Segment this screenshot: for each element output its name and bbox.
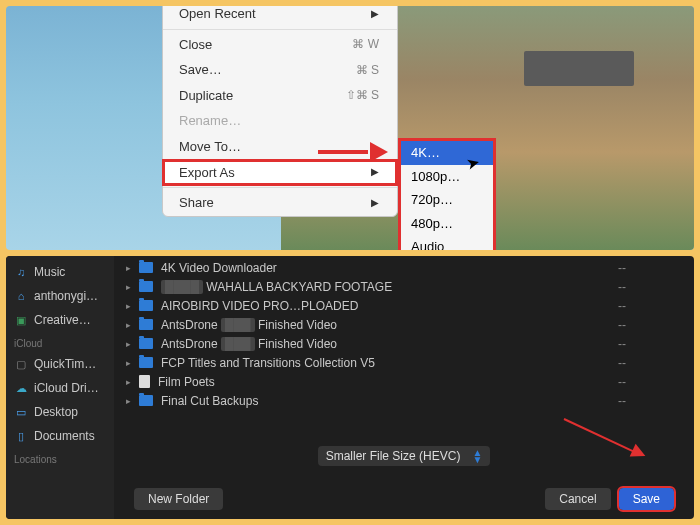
cloud-icon: ☁: [14, 381, 28, 395]
home-icon: ⌂: [14, 289, 28, 303]
file-meta: --: [612, 261, 632, 275]
cancel-button[interactable]: Cancel: [545, 488, 610, 510]
annotation-arrow-icon: [564, 418, 654, 458]
menu-close[interactable]: Close⌘ W: [163, 32, 397, 58]
file-name: AntsDrone ███ Finished Video: [161, 337, 604, 351]
folder-icon: [139, 300, 153, 311]
save-button[interactable]: Save: [619, 488, 674, 510]
disclosure-icon: ▸: [126, 339, 131, 349]
sidebar-item-home[interactable]: ⌂anthonygi…: [6, 284, 114, 308]
file-name: FCP Titles and Transitions Collection V5: [161, 356, 604, 370]
sidebar-item-documents[interactable]: ▯Documents: [6, 424, 114, 448]
disclosure-icon: ▸: [126, 358, 131, 368]
file-name: Film Poets: [158, 375, 604, 389]
documents-icon: ▯: [14, 429, 28, 443]
file-row[interactable]: ▸AntsDrone ███ Finished Video--: [114, 334, 694, 353]
file-meta: --: [612, 356, 632, 370]
disclosure-icon: ▸: [126, 320, 131, 330]
export-submenu: 4K… 1080p… 720p… 480p… Audio Only…: [398, 138, 496, 250]
submenu-480p[interactable]: 480p…: [401, 212, 493, 236]
file-meta: --: [612, 299, 632, 313]
file-row[interactable]: ▸Film Poets--: [114, 372, 694, 391]
file-meta: --: [612, 280, 632, 294]
file-name: AIROBIRD VIDEO PRO…PLOADED: [161, 299, 604, 313]
submenu-4k[interactable]: 4K…: [401, 141, 493, 165]
file-row[interactable]: ▸AIROBIRD VIDEO PRO…PLOADED--: [114, 296, 694, 315]
folder-icon: [139, 319, 153, 330]
folder-icon: ▣: [14, 313, 28, 327]
sidebar-item-music[interactable]: ♫Music: [6, 260, 114, 284]
file-row[interactable]: ▸AntsDrone ███ Finished Video--: [114, 315, 694, 334]
menu-export-as[interactable]: Export As▶: [163, 160, 397, 186]
chevron-right-icon: ▶: [371, 197, 379, 209]
file-meta: --: [612, 337, 632, 351]
file-row[interactable]: ▸FCP Titles and Transitions Collection V…: [114, 353, 694, 372]
folder-icon: [139, 281, 153, 292]
file-row[interactable]: ▸4K Video Downloader--: [114, 258, 694, 277]
background-house: [524, 51, 634, 86]
sidebar-header-icloud: iCloud: [6, 332, 114, 352]
menu-separator: [163, 187, 397, 188]
file-icon: [139, 375, 150, 388]
music-icon: ♫: [14, 265, 28, 279]
top-screenshot: Open Recent▶ Close⌘ W Save…⌘ S Duplicate…: [6, 6, 694, 250]
context-menu: Open Recent▶ Close⌘ W Save…⌘ S Duplicate…: [162, 6, 398, 217]
chevron-right-icon: ▶: [371, 166, 379, 178]
button-row: New Folder Cancel Save: [114, 476, 694, 519]
disclosure-icon: ▸: [126, 301, 131, 311]
file-name: 4K Video Downloader: [161, 261, 604, 275]
chevron-right-icon: ▶: [371, 8, 379, 20]
disclosure-icon: ▸: [126, 263, 131, 273]
file-meta: --: [612, 394, 632, 408]
annotation-arrow-icon: [318, 142, 388, 162]
file-name: AntsDrone ███ Finished Video: [161, 318, 604, 332]
file-row[interactable]: ▸Final Cut Backups--: [114, 391, 694, 410]
folder-icon: [139, 338, 153, 349]
folder-icon: [139, 262, 153, 273]
menu-save[interactable]: Save…⌘ S: [163, 57, 397, 83]
folder-icon: [139, 357, 153, 368]
sidebar-header-locations: Locations: [6, 448, 114, 468]
disclosure-icon: ▸: [126, 282, 131, 292]
menu-open-recent[interactable]: Open Recent▶: [163, 6, 397, 27]
menu-separator: [163, 29, 397, 30]
submenu-720p[interactable]: 720p…: [401, 188, 493, 212]
menu-rename: Rename…: [163, 108, 397, 134]
sidebar-item-icloud-drive[interactable]: ☁iCloud Dri…: [6, 376, 114, 400]
sidebar-item-desktop[interactable]: ▭Desktop: [6, 400, 114, 424]
folder-icon: ▢: [14, 357, 28, 371]
file-name: Final Cut Backups: [161, 394, 604, 408]
file-meta: --: [612, 375, 632, 389]
file-meta: --: [612, 318, 632, 332]
select-arrows-icon: ▲▼: [472, 449, 482, 463]
file-name: ████ WAHALLA BACKYARD FOOTAGE: [161, 280, 604, 294]
sidebar-item-creative[interactable]: ▣Creative…: [6, 308, 114, 332]
disclosure-icon: ▸: [126, 396, 131, 406]
disclosure-icon: ▸: [126, 377, 131, 387]
format-row: Smaller File Size (HEVC) ▲▼: [114, 410, 694, 476]
menu-share[interactable]: Share▶: [163, 190, 397, 216]
sidebar: ♫Music ⌂anthonygi… ▣Creative… iCloud ▢Qu…: [6, 256, 114, 519]
new-folder-button[interactable]: New Folder: [134, 488, 223, 510]
sidebar-item-quicktime[interactable]: ▢QuickTim…: [6, 352, 114, 376]
menu-duplicate[interactable]: Duplicate⇧⌘ S: [163, 83, 397, 109]
submenu-audio-only[interactable]: Audio Only…: [401, 235, 493, 250]
save-dialog: ♫Music ⌂anthonygi… ▣Creative… iCloud ▢Qu…: [6, 256, 694, 519]
format-select[interactable]: Smaller File Size (HEVC) ▲▼: [318, 446, 491, 466]
folder-icon: [139, 395, 153, 406]
desktop-icon: ▭: [14, 405, 28, 419]
file-row[interactable]: ▸████ WAHALLA BACKYARD FOOTAGE--: [114, 277, 694, 296]
file-browser: ▸4K Video Downloader--▸████ WAHALLA BACK…: [114, 256, 694, 519]
